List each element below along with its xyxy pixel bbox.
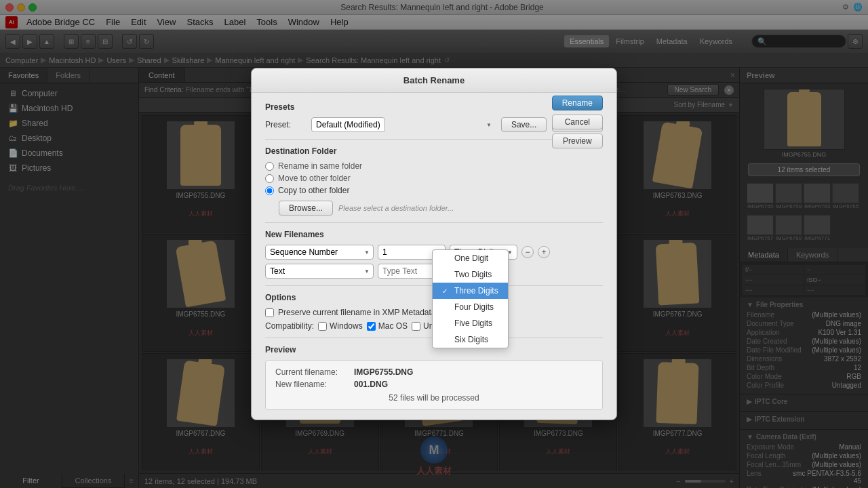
dropdown-item-five-digits[interactable]: Five Digits [433, 315, 508, 331]
browse-button[interactable]: Browse... [279, 201, 333, 216]
compat-windows: Windows [318, 321, 363, 331]
dest-radio-copy[interactable] [265, 186, 274, 195]
dropdown-item-three-digits[interactable]: ✓ Three Digits [433, 283, 508, 299]
sequence-type-select[interactable]: Sequence Number [265, 245, 374, 260]
dest-option-move: Move to other folder [265, 174, 603, 183]
dialog-title: Batch Rename [252, 68, 616, 93]
dest-radio-same[interactable] [265, 162, 274, 171]
cancel-button[interactable]: Cancel [552, 115, 603, 129]
batch-rename-dialog: Batch Rename Rename Cancel Preview Prese… [251, 68, 617, 420]
preset-label: Preset: [265, 120, 306, 129]
compat-windows-checkbox[interactable] [318, 322, 327, 331]
dropdown-item-six-digits[interactable]: Six Digits [433, 331, 508, 348]
rename-button[interactable]: Rename [552, 96, 603, 110]
divider [265, 222, 603, 223]
modal-overlay: Batch Rename Rename Cancel Preview Prese… [0, 0, 868, 488]
files-processed-count: 52 files will be processed [275, 393, 593, 403]
browse-row: Browse... Please select a destination fo… [279, 201, 603, 216]
preset-select[interactable]: Default (Modified) [311, 117, 385, 132]
new-filenames-section-title: New Filenames [265, 230, 603, 239]
compat-windows-label: Windows [330, 321, 363, 331]
remove-filename-row-button[interactable]: − [521, 246, 534, 258]
dest-option-copy: Copy to other folder [265, 186, 603, 195]
compat-macos: Mac OS [367, 321, 408, 331]
new-filename-value: 001.DNG [354, 380, 388, 389]
digits-dropdown-menu: One Digit Two Digits ✓ Three Digits Four… [432, 249, 509, 348]
text-select-wrapper: Text [265, 264, 374, 279]
save-preset-button[interactable]: Save... [501, 117, 547, 132]
check-icon: ✓ [442, 287, 450, 295]
current-filename-label: Current filename: [275, 367, 350, 377]
new-filename-label: New filename: [275, 380, 350, 389]
dropdown-item-four-digits[interactable]: Four Digits [433, 299, 508, 315]
preset-select-wrapper: Default (Modified) [311, 117, 496, 132]
current-filename-row: Current filename: IMGP6755.DNG [275, 367, 593, 377]
compatibility-label: Compatibility: [265, 321, 314, 331]
dest-radio-move[interactable] [265, 174, 274, 183]
new-filename-row: New filename: 001.DNG [275, 380, 593, 389]
preserve-metadata-label: Preserve current filename in XMP Metadat… [278, 308, 436, 317]
destination-options: Rename in same folder Move to other fold… [265, 161, 603, 195]
sequence-select-wrapper: Sequence Number [265, 245, 374, 260]
preserve-metadata-checkbox[interactable] [265, 308, 274, 317]
dropdown-item-one-digit[interactable]: One Digit [433, 250, 508, 266]
compat-macos-label: Mac OS [378, 321, 408, 331]
preview-section: Current filename: IMGP6755.DNG New filen… [265, 360, 603, 410]
dialog-action-buttons: Rename Cancel Preview [552, 96, 603, 148]
dropdown-item-two-digits[interactable]: Two Digits [433, 266, 508, 283]
compat-unix-checkbox[interactable] [412, 322, 420, 331]
dest-option-same: Rename in same folder [265, 161, 603, 171]
text-type-select[interactable]: Text [265, 264, 374, 279]
current-filename-value: IMGP6755.DNG [354, 367, 413, 377]
add-filename-row-button[interactable]: + [538, 246, 550, 258]
preview-button[interactable]: Preview [552, 134, 603, 148]
browse-placeholder: Please select a destination folder... [338, 204, 454, 212]
compat-macos-checkbox[interactable] [367, 322, 376, 331]
